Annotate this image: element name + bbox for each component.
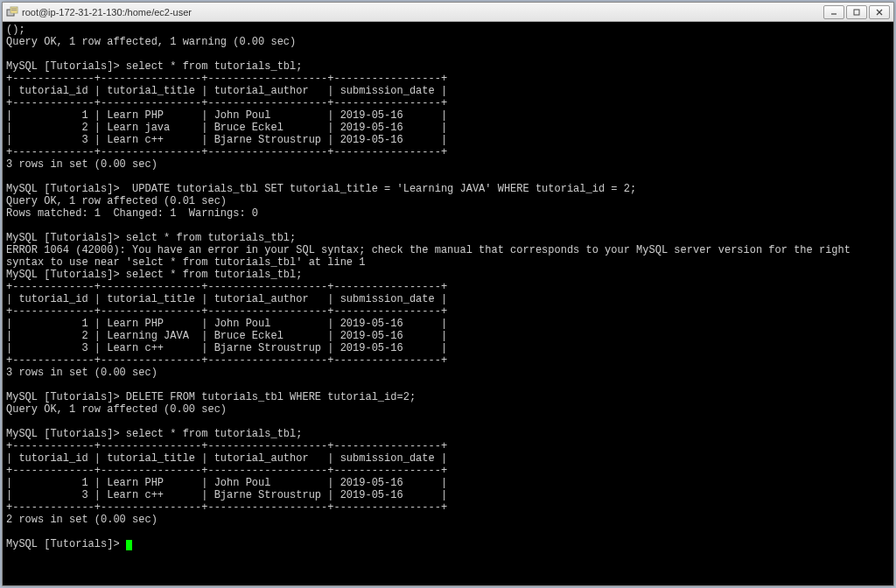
table-header: | tutorial_id | tutorial_title | tutoria…: [6, 293, 447, 305]
maximize-button[interactable]: [846, 5, 867, 19]
cursor-icon: [126, 540, 132, 550]
table-border: +-------------+----------------+--------…: [6, 305, 447, 318]
sql-command: selct * from tutorials_tbl;: [120, 232, 297, 244]
output-line: Query OK, 1 row affected (0.00 sec): [6, 403, 227, 416]
result-summary: 2 rows in set (0.00 sec): [6, 514, 158, 526]
prompt: MySQL [Tutorials]>: [6, 269, 120, 281]
table-row: | 1 | Learn PHP | John Poul | 2019-05-16…: [6, 109, 447, 122]
table-row: | 3 | Learn c++ | Bjarne Stroustrup | 20…: [6, 342, 447, 354]
sql-command: select * from tutorials_tbl;: [120, 428, 303, 440]
table-header: | tutorial_id | tutorial_title | tutoria…: [6, 85, 447, 97]
result-summary: 3 rows in set (0.00 sec): [6, 367, 158, 379]
terminal-output[interactable]: (); Query OK, 1 row affected, 1 warning …: [3, 22, 893, 585]
output-line: Rows matched: 1 Changed: 1 Warnings: 0: [6, 207, 258, 220]
table-row: | 2 | Learning JAVA | Bruce Eckel | 2019…: [6, 330, 447, 342]
input-area[interactable]: [120, 538, 126, 550]
window-controls: [823, 5, 890, 19]
output-line: Query OK, 1 row affected, 1 warning (0.0…: [6, 36, 296, 48]
table-border: +-------------+----------------+--------…: [6, 146, 447, 158]
table-row: | 1 | Learn PHP | John Poul | 2019-05-16…: [6, 318, 447, 330]
prompt: MySQL [Tutorials]>: [6, 391, 120, 403]
table-border: +-------------+----------------+--------…: [6, 73, 447, 85]
svg-rect-5: [854, 10, 859, 15]
output-line: Query OK, 1 row affected (0.01 sec): [6, 195, 227, 207]
table-border: +-------------+----------------+--------…: [6, 465, 447, 477]
prompt: MySQL [Tutorials]>: [6, 60, 120, 73]
sql-command: DELETE FROM tutorials_tbl WHERE tutorial…: [120, 391, 416, 403]
sql-command: select * from tutorials_tbl;: [120, 269, 303, 281]
titlebar[interactable]: root@ip-172-31-21-130:/home/ec2-user: [3, 3, 893, 22]
table-row: | 1 | Learn PHP | John Poul | 2019-05-16…: [6, 477, 447, 489]
table-header: | tutorial_id | tutorial_title | tutoria…: [6, 452, 447, 465]
prompt: MySQL [Tutorials]>: [6, 538, 120, 550]
error-line: ERROR 1064 (42000): You have an error in…: [6, 244, 850, 256]
minimize-button[interactable]: [823, 5, 844, 19]
table-border: +-------------+----------------+--------…: [6, 440, 447, 452]
error-line: syntax to use near 'selct * from tutoria…: [6, 256, 365, 269]
sql-command: UPDATE tutorials_tbl SET tutorial_title …: [120, 183, 637, 195]
sql-command: select * from tutorials_tbl;: [120, 60, 303, 73]
window-title: root@ip-172-31-21-130:/home/ec2-user: [22, 7, 823, 18]
table-row: | 2 | Learn java | Bruce Eckel | 2019-05…: [6, 122, 447, 134]
table-row: | 3 | Learn c++ | Bjarne Stroustrup | 20…: [6, 134, 447, 146]
table-border: +-------------+----------------+--------…: [6, 97, 447, 109]
close-button[interactable]: [869, 5, 890, 19]
prompt: MySQL [Tutorials]>: [6, 232, 120, 244]
table-border: +-------------+----------------+--------…: [6, 501, 447, 514]
table-border: +-------------+----------------+--------…: [6, 354, 447, 367]
prompt: MySQL [Tutorials]>: [6, 428, 120, 440]
table-row: | 3 | Learn c++ | Bjarne Stroustrup | 20…: [6, 489, 447, 501]
result-summary: 3 rows in set (0.00 sec): [6, 158, 158, 171]
output-line: ();: [6, 24, 25, 36]
putty-icon: [6, 6, 18, 18]
prompt: MySQL [Tutorials]>: [6, 183, 120, 195]
table-border: +-------------+----------------+--------…: [6, 281, 447, 293]
terminal-window: root@ip-172-31-21-130:/home/ec2-user ();…: [2, 2, 894, 586]
